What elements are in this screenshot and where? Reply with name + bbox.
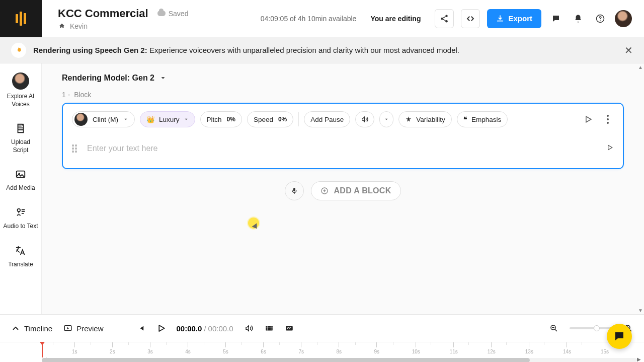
quote-icon: ❝ xyxy=(463,115,467,123)
add-pause-button[interactable]: Add Pause xyxy=(304,111,350,127)
svg-rect-10 xyxy=(266,326,273,331)
preview-toggle[interactable]: Preview xyxy=(63,324,103,333)
audio-to-text-icon xyxy=(14,205,28,220)
translate-icon xyxy=(14,244,28,258)
play-block-button[interactable] xyxy=(580,111,597,128)
sidebar-item-audio-to-text[interactable]: Audio to Text xyxy=(3,205,39,231)
scroll-right-icon[interactable]: ▶ xyxy=(637,356,642,362)
main-canvas: Rendering Model: Gen 2 1 - Block Clint (… xyxy=(42,63,644,314)
app-logo[interactable] xyxy=(0,0,42,37)
user-avatar[interactable] xyxy=(615,10,632,27)
comments-button[interactable] xyxy=(548,9,564,28)
breadcrumb-owner: Kevin xyxy=(70,22,88,30)
voice-avatar-icon xyxy=(74,113,88,126)
crown-icon: 👑 xyxy=(146,115,155,123)
editing-badge: You are editing xyxy=(370,15,421,23)
zoom-slider[interactable] xyxy=(570,327,613,329)
timeline-ruler[interactable]: 1s2s3s4s5s6s7s8s9s10s11s12s13s14s15s ◀ ▶ xyxy=(0,342,644,362)
rendering-model-selector[interactable]: Rendering Model: Gen 2 xyxy=(62,74,624,83)
export-button[interactable]: Export xyxy=(487,9,541,28)
pronunciation-button[interactable] xyxy=(355,111,374,127)
separator xyxy=(298,112,299,126)
captions-button[interactable]: CC xyxy=(285,324,294,333)
svg-text:CC: CC xyxy=(287,327,291,330)
block-toolbar: Clint (M) 👑 Luxury Pitch0% Speed0% Add P… xyxy=(72,111,614,128)
svg-point-2 xyxy=(446,20,448,23)
zoom-out-button[interactable] xyxy=(549,324,558,333)
fire-icon xyxy=(11,43,26,58)
pronunciation-dropdown[interactable] xyxy=(379,111,393,127)
app-header: KCC Commercial Saved Kevin 04:09:05 of 4… xyxy=(0,0,644,37)
sidebar-item-add-media[interactable]: Add Media xyxy=(3,167,39,192)
notice-text: Rendering using Speech Gen 2: Experience… xyxy=(33,46,459,54)
embed-button[interactable] xyxy=(461,9,480,28)
saved-indicator: Saved xyxy=(157,10,189,18)
sidebar-item-label: Add Media xyxy=(6,184,35,192)
record-button[interactable] xyxy=(285,181,304,200)
timeline-toggle[interactable]: Timeline xyxy=(11,324,52,333)
svg-point-1 xyxy=(441,17,444,20)
sidebar-item-label: Translate xyxy=(8,261,33,269)
add-block-button[interactable]: ADD A BLOCK xyxy=(311,181,400,200)
upload-script-icon xyxy=(14,121,28,135)
model-notice-bar: Rendering using Speech Gen 2: Experience… xyxy=(0,37,644,63)
drag-handle-icon[interactable] xyxy=(72,144,79,153)
volume-button[interactable] xyxy=(245,324,254,333)
voice-avatar-icon xyxy=(12,73,29,90)
close-icon[interactable]: ✕ xyxy=(624,44,633,56)
sidebar-item-explore-voices[interactable]: Explore AI Voices xyxy=(3,73,39,108)
sidebar-item-label: Audio to Text xyxy=(3,223,38,231)
timeline-scrollbar[interactable] xyxy=(42,358,637,362)
skip-start-button[interactable] xyxy=(136,324,145,333)
svg-rect-7 xyxy=(293,188,295,191)
sidebar-item-label: Explore AI Voices xyxy=(3,93,39,108)
share-button[interactable] xyxy=(435,9,454,28)
left-sidebar: Explore AI Voices Upload Script Add Medi… xyxy=(0,63,42,314)
play-button[interactable] xyxy=(156,324,166,333)
variability-button[interactable]: Variability xyxy=(398,111,452,127)
home-icon xyxy=(58,23,66,30)
vertical-scrollbar[interactable]: ▲▼ xyxy=(638,63,644,314)
pitch-control[interactable]: Pitch0% xyxy=(200,111,242,127)
style-selector[interactable]: 👑 Luxury xyxy=(140,111,195,127)
saved-label: Saved xyxy=(169,10,189,18)
time-available: 04:09:05 of 4h 10min available xyxy=(261,15,357,23)
project-title: KCC Commercial xyxy=(58,7,148,20)
add-media-icon xyxy=(14,167,28,181)
voice-selector[interactable]: Clint (M) xyxy=(72,111,135,127)
sidebar-item-label: Upload Script xyxy=(3,138,39,154)
svg-point-0 xyxy=(446,15,448,17)
play-line-button[interactable] xyxy=(606,143,614,154)
emphasis-button[interactable]: ❝ Emphasis xyxy=(457,111,508,127)
cursor-highlight xyxy=(248,218,259,229)
breadcrumb[interactable]: Kevin xyxy=(58,22,188,30)
chat-fab[interactable] xyxy=(607,324,632,349)
block-index-label: 1 - Block xyxy=(62,91,624,99)
help-button[interactable] xyxy=(593,9,608,28)
speed-control[interactable]: Speed0% xyxy=(247,111,293,127)
sidebar-item-translate[interactable]: Translate xyxy=(3,244,39,269)
bottom-bar: Timeline Preview 00:00.0/00:00.0 CC xyxy=(0,314,644,362)
timecode: 00:00.0/00:00.0 xyxy=(177,324,233,333)
svg-point-6 xyxy=(18,209,21,212)
cloud-icon xyxy=(157,11,166,16)
block-text-input[interactable] xyxy=(87,141,598,156)
block-menu-button[interactable] xyxy=(602,115,614,124)
export-label: Export xyxy=(508,14,532,23)
sidebar-item-upload-script[interactable]: Upload Script xyxy=(3,121,39,154)
notifications-button[interactable] xyxy=(571,9,586,28)
video-button[interactable] xyxy=(265,324,274,333)
speech-block: Clint (M) 👑 Luxury Pitch0% Speed0% Add P… xyxy=(62,103,624,169)
